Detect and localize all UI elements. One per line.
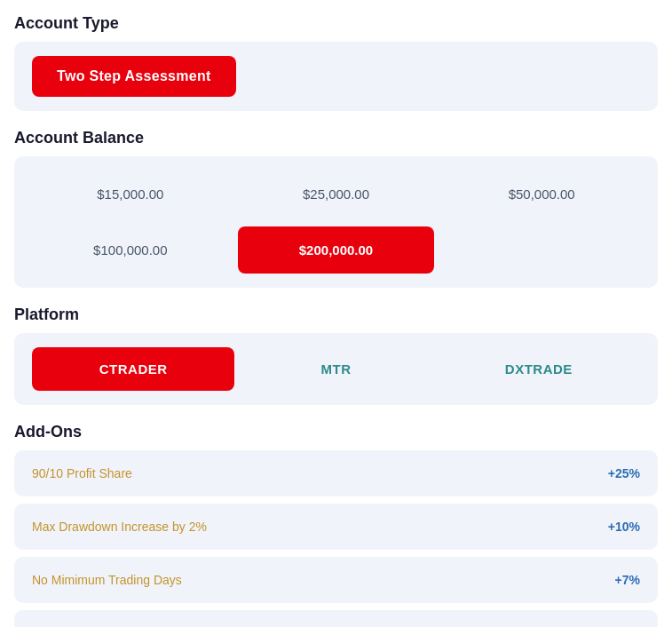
addon-item-3[interactable]: First Payout at 14 Days +10% (14, 610, 658, 627)
balance-grid: $15,000.00 $25,000.00 $50,000.00 $100,00… (32, 171, 640, 274)
addons-section: Add-Ons 90/10 Profit Share +25% Max Draw… (14, 423, 658, 627)
addon-item-2[interactable]: No Mimimum Trading Days +7% (14, 557, 658, 603)
addons-label: Add-Ons (14, 423, 658, 441)
balance-option-25k[interactable]: $25,000.00 (238, 171, 435, 218)
addon-label-1: Max Drawdown Increase by 2% (32, 520, 207, 534)
account-type-card: Two Step Assessment (14, 42, 658, 111)
two-step-assessment-button[interactable]: Two Step Assessment (32, 56, 236, 97)
balance-option-200k[interactable]: $200,000.00 (238, 226, 435, 274)
addon-value-1: +10% (608, 520, 640, 534)
addon-value-0: +25% (608, 466, 640, 480)
addon-label-2: No Mimimum Trading Days (32, 573, 182, 587)
addon-value-2: +7% (615, 573, 640, 587)
addon-item-0[interactable]: 90/10 Profit Share +25% (14, 450, 658, 496)
account-balance-label: Account Balance (14, 129, 658, 147)
balance-option-100k[interactable]: $100,000.00 (32, 226, 229, 274)
balance-option-15k[interactable]: $15,000.00 (32, 171, 229, 218)
platform-section: Platform CTRADER MTR DXTRADE (14, 306, 658, 405)
addon-item-1[interactable]: Max Drawdown Increase by 2% +10% (14, 504, 658, 550)
account-type-section: Account Type Two Step Assessment (14, 14, 658, 111)
platform-card: CTRADER MTR DXTRADE (14, 333, 658, 405)
addons-container: 90/10 Profit Share +25% Max Drawdown Inc… (14, 450, 658, 627)
platform-grid: CTRADER MTR DXTRADE (32, 347, 640, 391)
platform-label: Platform (14, 306, 658, 324)
balance-option-empty (443, 226, 640, 274)
balance-option-50k[interactable]: $50,000.00 (443, 171, 640, 218)
platform-dxtrade[interactable]: DXTRADE (438, 347, 640, 391)
platform-mtr[interactable]: MTR (234, 347, 437, 391)
account-type-label: Account Type (14, 14, 658, 33)
account-balance-card: $15,000.00 $25,000.00 $50,000.00 $100,00… (14, 156, 658, 288)
account-balance-section: Account Balance $15,000.00 $25,000.00 $5… (14, 129, 658, 288)
platform-ctrader[interactable]: CTRADER (32, 347, 234, 391)
addon-label-0: 90/10 Profit Share (32, 466, 132, 480)
